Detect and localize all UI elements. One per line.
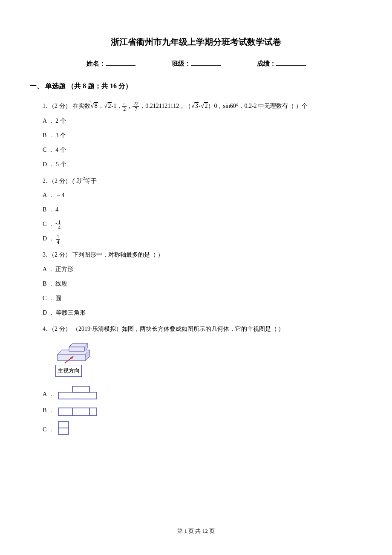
q1-option-d[interactable]: D ． 5 个 <box>43 159 362 171</box>
front-view-a-icon <box>58 385 98 400</box>
svg-rect-9 <box>58 392 97 399</box>
question-3-text: 3. （2 分） 下列图形中，对称轴最多的是（ ） <box>43 249 362 261</box>
score-field: 成绩： <box>257 58 306 69</box>
q4-main-figure: 主视方向 <box>55 339 362 376</box>
question-4-text: 4. （2 分） （2019·乐清模拟）如图，两块长方体叠成如图所示的几何体，它… <box>43 323 362 335</box>
q4-option-a[interactable]: A ． <box>43 385 362 400</box>
q2-optc-prefix: C ． <box>43 221 55 227</box>
class-label: 班级： <box>172 60 191 67</box>
sqrt-3: √3 <box>191 103 199 109</box>
q3-option-c[interactable]: C ． 圆 <box>43 292 362 304</box>
question-4: 4. （2 分） （2019·乐清模拟）如图，两块长方体叠成如图所示的几何体，它… <box>30 323 362 435</box>
class-blank[interactable] <box>191 60 221 66</box>
q1-mid1: -1， <box>112 103 123 109</box>
question-2: 2. （2 分） (-2)-2等于 A ． －4 B ． 4 C ． -14 D… <box>30 175 362 245</box>
cube-root-8: 3√8 <box>90 99 98 113</box>
class-field: 班级： <box>172 58 221 69</box>
q3-option-a[interactable]: A ． 正方形 <box>43 263 362 275</box>
q2-option-a[interactable]: A ． －4 <box>43 189 362 201</box>
svg-rect-8 <box>72 386 89 392</box>
name-blank[interactable] <box>106 60 135 66</box>
sqrt-2b: √2 <box>201 103 208 109</box>
q4-option-b[interactable]: B ． <box>43 405 362 416</box>
score-label: 成绩： <box>257 60 276 67</box>
q1-mid3: ，0.2121121112，（ <box>139 103 191 109</box>
q3-option-d[interactable]: D ． 等腰三角形 <box>43 307 362 319</box>
q4-opta-prefix: A ． <box>43 388 54 400</box>
question-2-text: 2. （2 分） (-2)-2等于 <box>43 175 362 187</box>
frac-pi-2: π2 <box>122 101 127 112</box>
q2-frac-pos: 14 <box>56 234 60 245</box>
section-1-header: 一、 单选题 （共 8 题；共 16 分） <box>30 80 362 92</box>
front-view-b-icon <box>58 407 98 416</box>
cuboid-3d-icon <box>55 339 98 365</box>
exam-title: 浙江省衢州市九年级上学期分班考试数学试卷 <box>30 34 362 49</box>
q2-option-c[interactable]: C ． -14 <box>43 218 362 230</box>
front-view-c-icon <box>58 421 69 436</box>
q1-option-b[interactable]: B ． 3 个 <box>43 130 362 142</box>
q1-mid2: ， <box>127 103 133 109</box>
main-view-label: 主视方向 <box>55 365 82 376</box>
frac-22-7: 227 <box>133 101 139 112</box>
q1-option-a[interactable]: A ． 2 个 <box>43 115 362 127</box>
name-field: 姓名： <box>86 58 135 69</box>
q1-option-c[interactable]: C ． 4 个 <box>43 144 362 156</box>
q2-option-d[interactable]: D ． 14 <box>43 233 362 245</box>
q2-frac-neg: 14 <box>57 220 61 230</box>
q1-mid4: ）0，sin60°，0.2-2 中无理数有（ ）个 <box>208 103 307 109</box>
svg-rect-4 <box>69 347 84 351</box>
name-label: 姓名： <box>86 60 106 67</box>
q2-prefix: 2. （2 分） <box>43 177 72 184</box>
sqrt-2: √2 <box>104 103 112 109</box>
q4-option-c[interactable]: C ． <box>43 421 362 436</box>
q1-prefix: 1. （2 分） 在实数 <box>43 103 90 109</box>
score-blank[interactable] <box>276 60 306 66</box>
q3-option-b[interactable]: B ． 线段 <box>43 278 362 290</box>
question-1-text: 1. （2 分） 在实数3√8，√2-1，π2，227，0.2121121112… <box>43 99 362 113</box>
question-3: 3. （2 分） 下列图形中，对称轴最多的是（ ） A ． 正方形 B ． 线段… <box>30 249 362 319</box>
q2-optd-prefix: D ． <box>43 235 56 242</box>
q4-optb-prefix: B ． <box>43 405 54 416</box>
q2-suffix: 等于 <box>85 177 97 184</box>
svg-rect-10 <box>58 408 97 416</box>
q2-expression: (-2)-2 <box>72 177 85 184</box>
q4-optc-prefix: C ． <box>43 424 54 436</box>
page-footer: 第 1 页 共 12 页 <box>0 526 392 536</box>
q2-option-b[interactable]: B ． 4 <box>43 204 362 216</box>
question-1: 1. （2 分） 在实数3√8，√2-1，π2，227，0.2121121112… <box>30 99 362 171</box>
student-info-row: 姓名： 班级： 成绩： <box>30 58 362 69</box>
